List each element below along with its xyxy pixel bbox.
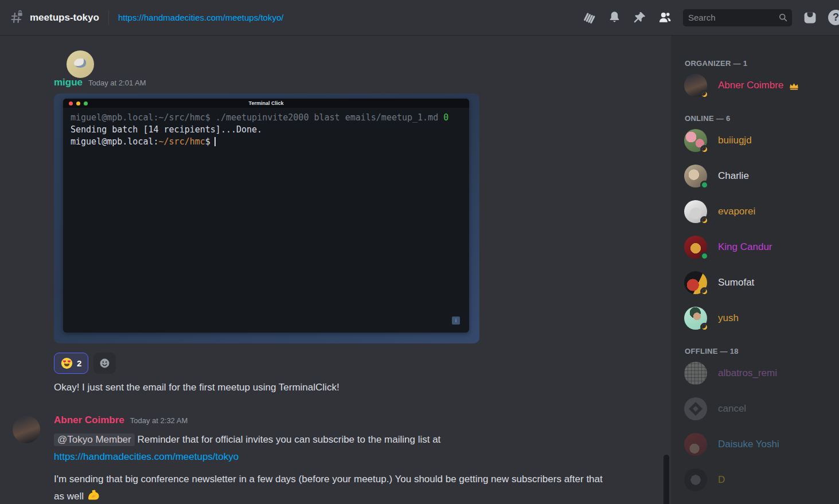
member-row-abner[interactable]: Abner Coimbre (684, 73, 834, 98)
reaction-count: 2 (77, 358, 81, 368)
terminal-exit-code: 0 (443, 112, 448, 123)
help-icon[interactable]: ? (828, 10, 839, 25)
status-idle-icon (700, 287, 709, 296)
topbar-divider (108, 10, 109, 25)
message-line-1: @Tokyo Member Reminder that for official… (54, 431, 613, 466)
hash-lock-icon (9, 10, 24, 25)
status-idle-icon (700, 90, 709, 99)
pin-icon[interactable] (633, 10, 647, 25)
terminal-title: Terminal Click (63, 100, 469, 106)
member-row-evaporei[interactable]: evaporei (684, 199, 834, 224)
message-timestamp: Today at 2:32 AM (130, 416, 188, 425)
section-organizer: ORGANIZER — 1 (685, 59, 834, 68)
bell-icon[interactable] (607, 10, 622, 25)
channel-topic-link[interactable]: https://handmadecities.com/meetups/tokyo… (118, 13, 575, 22)
section-offline: OFFLINE — 18 (685, 347, 834, 355)
chat-scrollbar-thumb[interactable] (664, 455, 669, 504)
threads-icon[interactable] (582, 10, 596, 25)
status-idle-icon (700, 216, 709, 225)
flexed-biceps-emoji (87, 489, 100, 502)
message-migue: migue Today at 2:01 AM Terminal Click mi… (0, 49, 671, 396)
avatar-migue[interactable] (67, 50, 94, 78)
member-row-albatros-remi[interactable]: albatros_remi (684, 361, 834, 386)
section-online: ONLINE — 6 (685, 114, 834, 123)
terminal-output: miguel@mpb.local:~/src/hmc$ ./meetupinvi… (63, 108, 469, 152)
crown-icon (789, 80, 799, 91)
heart-eyes-emoji (61, 357, 73, 369)
search-icon (778, 13, 788, 22)
message-abner: Abner Coimbre Today at 2:32 AM @Tokyo Me… (0, 415, 671, 504)
author-name[interactable]: migue (54, 77, 83, 88)
message-link[interactable]: https://handmadecities.com/meetups/tokyo (54, 451, 239, 462)
message-timestamp: Today at 2:01 AM (88, 79, 146, 87)
status-online-icon (700, 252, 709, 260)
topbar-actions: Search ? (582, 9, 839, 26)
avatar (684, 433, 707, 456)
add-reaction-smiley-icon (99, 358, 110, 369)
terminal-cursor (214, 137, 216, 146)
status-idle-icon (700, 323, 709, 331)
avatar (684, 468, 707, 491)
terminal-line-1: miguel@mpb.local:~/src/hmc$ ./meetupinvi… (71, 112, 443, 123)
member-row-yush[interactable]: yush (684, 306, 834, 331)
terminal-window: Terminal Click miguel@mpb.local:~/src/hm… (63, 99, 469, 333)
reaction-heart-eyes[interactable]: 2 (54, 353, 88, 374)
member-row-king-candur[interactable]: King Candur (684, 235, 834, 260)
member-list-sidebar: ORGANIZER — 1 Abner Coimbre ONLINE — 6 b… (671, 36, 839, 504)
terminal-titlebar: Terminal Click (63, 99, 469, 108)
terminal-line-2: Sending batch [14 recipients]...Done. (71, 124, 262, 135)
member-row-partial[interactable]: D (684, 467, 834, 493)
message-text: Okay! I just sent the email for the firs… (54, 379, 613, 396)
avatar (684, 362, 707, 385)
author-name[interactable]: Abner Coimbre (54, 415, 124, 426)
terminal-resize-chip: i (452, 317, 460, 325)
reactions-row: 2 (54, 353, 671, 374)
member-row-sumofat[interactable]: Sumofat (684, 270, 834, 295)
avatar-abner-coimbre[interactable] (13, 416, 40, 443)
member-row-cancel[interactable]: cancel (684, 396, 834, 421)
inbox-icon[interactable] (803, 10, 817, 25)
message-line-2: I'm sending that big conference newslett… (54, 471, 613, 504)
chat-messages-area: migue Today at 2:01 AM Terminal Click mi… (0, 36, 671, 504)
search-placeholder: Search (688, 13, 778, 22)
status-idle-icon (700, 145, 709, 154)
members-icon[interactable] (658, 10, 672, 25)
search-input[interactable]: Search (683, 9, 792, 26)
channel-name: meetups-tokyo (30, 12, 99, 24)
channel-topbar: meetups-tokyo https://handmadecities.com… (0, 0, 839, 36)
member-row-daisuke-yoshi[interactable]: Daisuke Yoshi (684, 432, 834, 457)
add-reaction-button[interactable] (93, 353, 116, 374)
status-online-icon (700, 181, 709, 189)
member-row-charlie[interactable]: Charlie (684, 163, 834, 189)
terminal-screenshot-attachment[interactable]: Terminal Click miguel@mpb.local:~/src/hm… (54, 93, 479, 343)
role-mention[interactable]: @Tokyo Member (54, 433, 135, 446)
avatar (684, 397, 707, 420)
member-row-buiiugjd[interactable]: buiiugjd (684, 128, 834, 153)
